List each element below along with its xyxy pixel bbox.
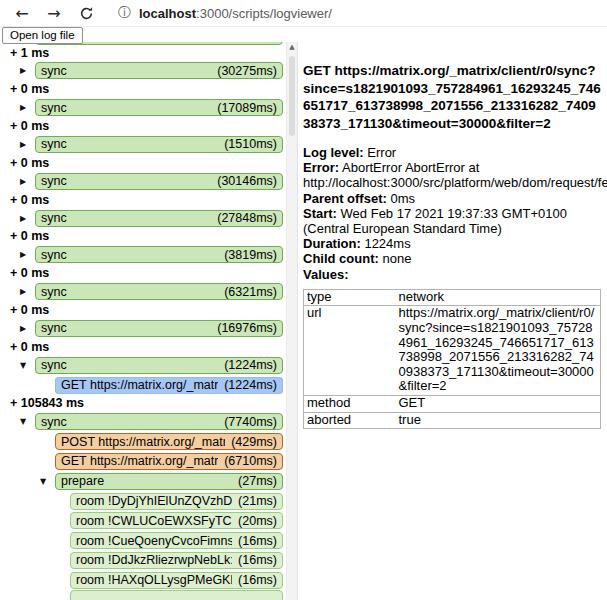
- field-label: Log level:: [303, 145, 364, 160]
- url-bar[interactable]: ⓘ localhost:3000/scripts/logviewer/: [118, 4, 607, 22]
- gap-label: + 1 ms: [10, 46, 49, 60]
- browser-toolbar: ← → ⓘ localhost:3000/scripts/logviewer/: [0, 0, 607, 27]
- entry-name: sync: [41, 101, 67, 115]
- log-entry-pill[interactable]: sync (16976ms): [35, 320, 283, 337]
- value-content: GET: [396, 395, 601, 412]
- entry-duration: (6710ms): [224, 454, 277, 468]
- forward-icon[interactable]: →: [42, 1, 66, 25]
- gap-label: + 0 ms: [10, 82, 49, 96]
- entry-duration: (429ms): [231, 435, 277, 449]
- entry-duration: (1224ms): [224, 358, 277, 372]
- expand-arrow-icon[interactable]: ▶: [20, 287, 35, 296]
- expand-arrow-icon[interactable]: ▼: [20, 361, 35, 370]
- entry-duration: (30275ms): [217, 64, 277, 78]
- log-entry-pill[interactable]: sync (7740ms): [35, 413, 283, 430]
- expand-arrow-icon[interactable]: ▶: [20, 140, 35, 149]
- tree-time-gap: + 0 ms: [0, 81, 286, 98]
- partial-log-entry-bottom[interactable]: [70, 590, 283, 600]
- value-key: url: [304, 306, 396, 396]
- entry-name: sync: [41, 137, 67, 151]
- log-entry-pill[interactable]: room !DyDjYhIElUnZQVzhD… (21ms): [70, 493, 283, 510]
- values-table-row: url https://matrix.org/_matrix/client/r0…: [304, 306, 601, 396]
- entry-name: sync: [41, 64, 67, 78]
- log-entry-pill[interactable]: room !CWLUCoEWXSFyTC… (20ms): [70, 512, 283, 529]
- open-log-file-button[interactable]: Open log file: [2, 27, 83, 44]
- field-value: none: [382, 251, 411, 266]
- log-entry-pill[interactable]: room !CueQoenyCvcoFimnsf… (16ms): [70, 532, 283, 549]
- tree-row: room !CWLUCoEWXSFyTC… (20ms): [0, 511, 286, 531]
- field-value: 0ms: [390, 191, 415, 206]
- entry-duration: (17089ms): [217, 101, 277, 115]
- entry-name: room !DdJkzRliezrwpNebLk:…: [76, 553, 232, 567]
- log-entry-pill[interactable]: sync (30146ms): [35, 173, 283, 190]
- tree-time-gap: + 105843 ms: [0, 395, 286, 412]
- main-split: + 1 ms ▶ sync (30275ms) + 0 ms ▶ sync (1…: [0, 42, 607, 600]
- entry-duration: (16ms): [238, 573, 277, 587]
- gap-label: + 0 ms: [10, 119, 49, 133]
- value-content: true: [396, 412, 601, 429]
- tree-row: GET https://matrix.org/_matri… (1224ms): [0, 375, 286, 395]
- expand-arrow-icon[interactable]: ▶: [20, 66, 35, 75]
- log-entry-pill[interactable]: sync (3819ms): [35, 246, 283, 263]
- file-toolbar: Open log file: [0, 27, 607, 42]
- gap-label: + 0 ms: [10, 266, 49, 280]
- detail-field: Child count: none: [303, 251, 601, 266]
- tree-row: room !HAXqOLLysgPMeGKh… (16ms): [0, 570, 286, 590]
- tree-time-gap: + 0 ms: [0, 154, 286, 171]
- entry-name: GET https://matrix.org/_matri…: [61, 454, 218, 468]
- log-entry-pill[interactable]: sync (1224ms): [35, 357, 283, 374]
- field-label: Error:: [303, 160, 339, 175]
- field-label: Duration:: [303, 236, 361, 251]
- tree-time-gap: + 0 ms: [0, 228, 286, 245]
- expand-arrow-icon[interactable]: ▶: [20, 214, 35, 223]
- tree-row: room !DyDjYhIElUnZQVzhD… (21ms): [0, 491, 286, 511]
- gap-label: + 0 ms: [10, 229, 49, 243]
- expand-arrow-icon[interactable]: ▼: [40, 477, 55, 486]
- reload-icon[interactable]: [74, 1, 98, 25]
- tree-row: POST https://matrix.org/_matri… (429ms): [0, 432, 286, 452]
- detail-field: Duration: 1224ms: [303, 236, 601, 251]
- site-info-icon[interactable]: ⓘ: [118, 4, 131, 22]
- expand-arrow-icon[interactable]: ▶: [20, 250, 35, 259]
- field-label: Start:: [303, 206, 337, 221]
- field-value: Error: [367, 145, 396, 160]
- url-path: :3000/scripts/logviewer/: [196, 6, 332, 21]
- value-content: https://matrix.org/_matrix/client/r0/syn…: [396, 306, 601, 396]
- log-entry-pill[interactable]: sync (17089ms): [35, 99, 283, 116]
- gap-label: + 0 ms: [10, 303, 49, 317]
- expand-arrow-icon[interactable]: ▶: [20, 103, 35, 112]
- expand-arrow-icon[interactable]: ▼: [20, 417, 35, 426]
- field-label: Child count:: [303, 251, 379, 266]
- tree-scrollbar[interactable]: ▲: [286, 42, 298, 600]
- entry-duration: (3819ms): [224, 248, 277, 262]
- entry-name: room !CWLUCoEWXSFyTC…: [76, 514, 232, 528]
- log-entry-pill[interactable]: prepare (27ms): [55, 473, 283, 490]
- scrollbar-up-icon[interactable]: ▲: [287, 43, 297, 51]
- log-entry-pill[interactable]: sync (1510ms): [35, 136, 283, 153]
- values-table: type network url https://matrix.org/_mat…: [303, 289, 601, 429]
- log-entry-pill[interactable]: POST https://matrix.org/_matri… (429ms): [55, 433, 283, 450]
- gap-label: + 105843 ms: [10, 396, 84, 410]
- values-table-row: method GET: [304, 395, 601, 412]
- detail-field: Log level: Error: [303, 145, 601, 160]
- expand-arrow-icon[interactable]: ▶: [20, 177, 35, 186]
- gap-label: + 0 ms: [10, 193, 49, 207]
- tree-row: ▶ sync (6321ms): [0, 282, 286, 302]
- tree-row: GET https://matrix.org/_matri… (6710ms): [0, 452, 286, 472]
- log-entry-pill[interactable]: sync (30275ms): [35, 62, 283, 79]
- entry-duration: (16ms): [238, 534, 277, 548]
- value-key: method: [304, 395, 396, 412]
- entry-duration: (1224ms): [224, 378, 277, 392]
- log-entry-pill[interactable]: room !DdJkzRliezrwpNebLk:… (16ms): [70, 552, 283, 569]
- field-value: AbortError AbortError at http://localhos…: [303, 160, 607, 190]
- entry-name: sync: [41, 321, 67, 335]
- back-icon[interactable]: ←: [10, 1, 34, 25]
- expand-arrow-icon[interactable]: ▶: [20, 324, 35, 333]
- log-entry-pill[interactable]: room !HAXqOLLysgPMeGKh… (16ms): [70, 572, 283, 589]
- detail-field: Start: Wed Feb 17 2021 19:37:33 GMT+0100…: [303, 206, 601, 236]
- log-entry-pill[interactable]: sync (27848ms): [35, 210, 283, 227]
- scrollbar-thumb[interactable]: [289, 56, 295, 136]
- log-entry-pill[interactable]: GET https://matrix.org/_matri… (6710ms): [55, 453, 283, 470]
- log-entry-pill[interactable]: GET https://matrix.org/_matri… (1224ms): [55, 377, 283, 394]
- log-entry-pill[interactable]: sync (6321ms): [35, 283, 283, 300]
